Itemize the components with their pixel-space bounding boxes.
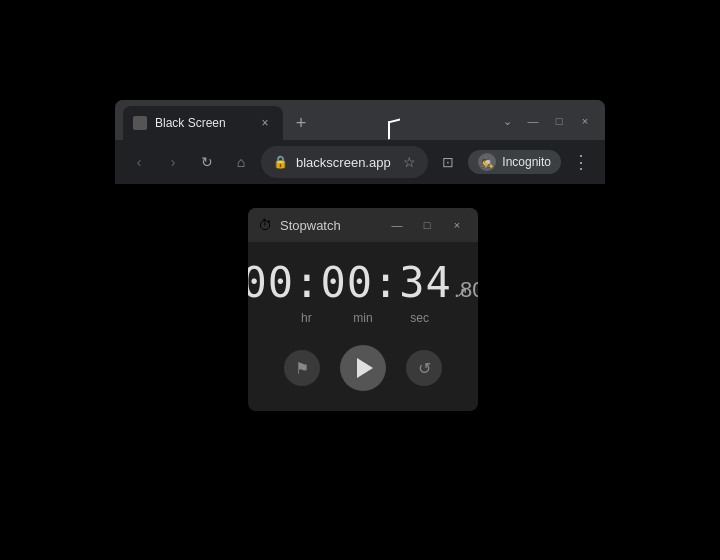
stopwatch-title: Stopwatch (280, 218, 378, 233)
address-text: blackscreen.app (296, 155, 395, 170)
time-main: 00:00:34 (248, 258, 452, 307)
play-icon (357, 358, 373, 378)
stopwatch-body: ↗ 00:00:34 .80 hr min sec ⚑ ↺ (248, 242, 478, 411)
profile-button[interactable]: 🕵 Incognito (468, 150, 561, 174)
profile-avatar: 🕵 (478, 153, 496, 171)
flag-button[interactable]: ⚑ (284, 350, 320, 386)
seconds-label: sec (400, 311, 440, 325)
stopwatch-minimize-button[interactable]: — (386, 214, 408, 236)
refresh-button[interactable]: ↻ (193, 148, 221, 176)
close-button[interactable]: × (573, 109, 597, 133)
back-button[interactable]: ‹ (125, 148, 153, 176)
reset-icon: ↺ (418, 359, 431, 378)
time-display: 00:00:34 .80 (268, 258, 458, 307)
maximize-button[interactable]: □ (547, 109, 571, 133)
stopwatch-widget: ⏱ Stopwatch — □ × ↗ 00:00:34 .80 hr min … (248, 208, 478, 411)
browser-menu-button[interactable]: ⋮ (567, 148, 595, 176)
address-bar[interactable]: 🔒 blackscreen.app ☆ (261, 146, 428, 178)
stopwatch-maximize-button[interactable]: □ (416, 214, 438, 236)
tab-bar: Black Screen × + ⌄ — □ × (115, 100, 605, 140)
stopwatch-title-bar: ⏱ Stopwatch — □ × (248, 208, 478, 242)
stopwatch-close-button[interactable]: × (446, 214, 468, 236)
reset-button[interactable]: ↺ (406, 350, 442, 386)
stopwatch-icon: ⏱ (258, 217, 272, 233)
hours-label: hr (286, 311, 326, 325)
time-labels: hr min sec (268, 311, 458, 325)
forward-button[interactable]: › (159, 148, 187, 176)
bookmark-icon[interactable]: ☆ (403, 154, 416, 170)
chevron-down-button[interactable]: ⌄ (495, 109, 519, 133)
tab-close-button[interactable]: × (257, 115, 273, 131)
play-button[interactable] (340, 345, 386, 391)
window-controls: ⌄ — □ × (495, 109, 597, 137)
flag-icon: ⚑ (295, 359, 309, 378)
tab-title: Black Screen (155, 116, 249, 130)
minutes-label: min (343, 311, 383, 325)
tab-favicon (133, 116, 147, 130)
active-tab[interactable]: Black Screen × (123, 106, 283, 140)
expand-icon[interactable]: ↗ (456, 284, 468, 300)
stopwatch-controls: ⚑ ↺ (268, 345, 458, 391)
new-tab-button[interactable]: + (287, 109, 315, 137)
extensions-button[interactable]: ⊡ (434, 148, 462, 176)
home-button[interactable]: ⌂ (227, 148, 255, 176)
minimize-button[interactable]: — (521, 109, 545, 133)
nav-bar: ‹ › ↻ ⌂ 🔒 blackscreen.app ☆ ⊡ 🕵 Incognit… (115, 140, 605, 184)
lock-icon: 🔒 (273, 155, 288, 169)
profile-label: Incognito (502, 155, 551, 169)
